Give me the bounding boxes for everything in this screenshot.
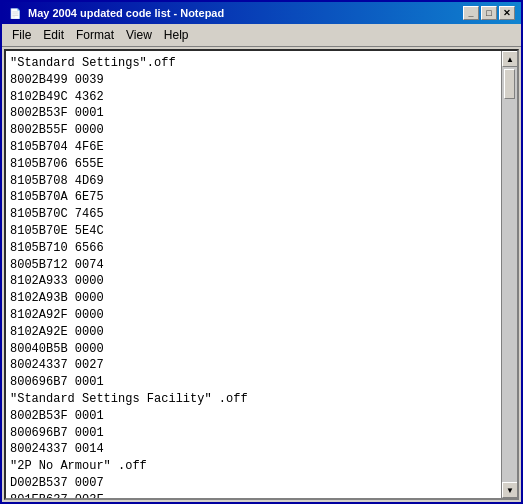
menu-item-edit[interactable]: Edit [37,26,70,44]
menu-item-format[interactable]: Format [70,26,120,44]
window-title: May 2004 updated code list - Notepad [28,7,224,19]
vertical-scrollbar: ▲ ▼ [501,51,517,498]
title-bar: 📄 May 2004 updated code list - Notepad _… [2,2,521,24]
menu-item-file[interactable]: File [6,26,37,44]
menu-bar: File Edit Format View Help [2,24,521,47]
maximize-button[interactable]: □ [481,6,497,20]
notepad-window: 📄 May 2004 updated code list - Notepad _… [0,0,523,504]
scroll-down-button[interactable]: ▼ [502,482,518,498]
scroll-up-button[interactable]: ▲ [502,51,518,67]
scroll-thumb[interactable] [504,69,515,99]
scroll-track[interactable] [502,67,517,482]
close-button[interactable]: ✕ [499,6,515,20]
text-editor[interactable]: "Standard Settings".off 8002B499 0039 81… [6,51,501,498]
content-area: "Standard Settings".off 8002B499 0039 81… [4,49,519,500]
menu-item-help[interactable]: Help [158,26,195,44]
minimize-button[interactable]: _ [463,6,479,20]
app-icon: 📄 [8,6,22,20]
window-controls: _ □ ✕ [463,6,515,20]
menu-item-view[interactable]: View [120,26,158,44]
